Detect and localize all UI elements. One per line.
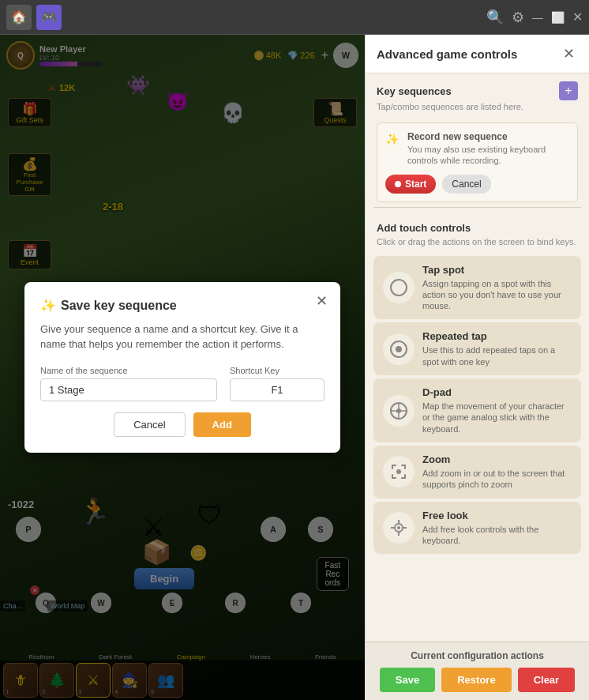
- svg-point-6: [396, 408, 401, 413]
- zoom-title: Zoom: [422, 453, 572, 465]
- divider-1: [373, 207, 581, 208]
- name-input[interactable]: [40, 378, 217, 401]
- save-button[interactable]: Save: [380, 668, 435, 692]
- modal-title-icon: ✨: [40, 298, 56, 313]
- shortcut-input[interactable]: [230, 378, 325, 401]
- free-look-info: Free look Add free look controls with th…: [422, 510, 572, 547]
- modal-description: Give your sequence a name and a shortcut…: [40, 322, 325, 351]
- zoom-card[interactable]: Zoom Add zoom in or out to the screen th…: [373, 446, 581, 499]
- top-bar: 🏠 🎮 🔍 ⚙ — ⬜ ✕: [0, 0, 589, 35]
- right-panel: Advanced game controls ✕ Key sequences +…: [365, 35, 589, 700]
- key-sequences-subtitle: Tap/combo sequences are listed here.: [366, 102, 589, 118]
- zoom-info: Zoom Add zoom in or out to the screen th…: [422, 453, 572, 491]
- main-layout: Q New Player LV: 10 🪙 48K 💎 226 +: [0, 35, 589, 700]
- maximize-icon[interactable]: ⬜: [551, 11, 565, 24]
- record-icon: ✨: [385, 133, 401, 149]
- panel-header: Advanced game controls ✕: [366, 35, 589, 73]
- tap-spot-title: Tap spot: [422, 264, 572, 276]
- svg-point-9: [397, 526, 400, 529]
- tap-spot-desc: Assign tapping on a spot with this actio…: [422, 278, 572, 312]
- zoom-desc: Add zoom in or out to the screen that su…: [422, 468, 572, 491]
- modal-cancel-button[interactable]: Cancel: [114, 412, 185, 437]
- home-icon[interactable]: 🏠: [6, 5, 32, 30]
- modal-actions: Cancel Add: [40, 412, 325, 437]
- svg-point-2: [396, 346, 402, 352]
- zoom-icon: [383, 456, 415, 487]
- repeated-tap-desc: Use this to add repeated taps on a spot …: [422, 344, 572, 367]
- repeated-tap-info: Repeated tap Use this to add repeated ta…: [422, 330, 572, 367]
- modal-close-button[interactable]: ✕: [312, 292, 331, 310]
- repeated-tap-card[interactable]: Repeated tap Use this to add repeated ta…: [373, 322, 581, 375]
- record-buttons: Start Cancel: [385, 175, 569, 194]
- config-bar: Current configuration actions Save Resto…: [366, 642, 589, 700]
- cancel-recording-button[interactable]: Cancel: [442, 175, 490, 194]
- record-title: Record new sequence: [407, 131, 569, 142]
- touch-controls-title: Add touch controls: [366, 214, 589, 237]
- settings-icon[interactable]: ⚙: [512, 9, 524, 26]
- close-icon[interactable]: ✕: [572, 9, 583, 24]
- modal-fields: Name of the sequence Shortcut Key: [40, 366, 325, 401]
- add-key-sequence-button[interactable]: +: [559, 81, 578, 100]
- repeated-tap-title: Repeated tap: [422, 330, 572, 342]
- search-icon[interactable]: 🔍: [486, 9, 504, 26]
- game-icon[interactable]: 🎮: [36, 5, 62, 30]
- key-sequences-header: Key sequences +: [366, 73, 589, 102]
- minimize-icon[interactable]: —: [532, 11, 543, 24]
- repeated-tap-icon: [383, 333, 415, 365]
- panel-scroll: Key sequences + Tap/combo sequences are …: [366, 73, 589, 642]
- start-recording-button[interactable]: Start: [385, 175, 436, 194]
- save-key-sequence-modal: ✨ Save key sequence ✕ Give your sequence…: [24, 282, 340, 452]
- config-actions: Save Restore Clear: [377, 668, 578, 692]
- svg-point-0: [391, 280, 407, 295]
- touch-controls-subtitle: Click or drag the actions on the screen …: [366, 237, 589, 253]
- dpad-desc: Map the movement of your character or th…: [422, 401, 572, 435]
- tap-spot-card[interactable]: Tap spot Assign tapping on a spot with t…: [373, 256, 581, 320]
- tap-spot-info: Tap spot Assign tapping on a spot with t…: [422, 264, 572, 312]
- touch-controls-section: Add touch controls Click or drag the act…: [366, 211, 589, 561]
- dpad-info: D-pad Map the movement of your character…: [422, 386, 572, 435]
- svg-point-7: [396, 469, 401, 474]
- shortcut-label: Shortcut Key: [230, 366, 325, 375]
- start-label: Start: [405, 179, 426, 190]
- record-desc: You may also use existing keyboard contr…: [407, 144, 569, 167]
- modal-title: ✨ Save key sequence: [40, 298, 325, 313]
- modal-add-button[interactable]: Add: [193, 412, 251, 437]
- dpad-title: D-pad: [422, 386, 572, 398]
- key-sequences-title: Key sequences: [377, 85, 452, 97]
- free-look-title: Free look: [422, 510, 572, 521]
- dpad-card[interactable]: D-pad Map the movement of your character…: [373, 378, 581, 442]
- game-area: Q New Player LV: 10 🪙 48K 💎 226 +: [0, 35, 365, 700]
- tap-spot-icon: [383, 272, 415, 303]
- window-controls: 🔍 ⚙ — ⬜ ✕: [486, 9, 583, 26]
- name-field: Name of the sequence: [40, 366, 217, 401]
- restore-button[interactable]: Restore: [441, 668, 511, 692]
- modal-overlay: ✨ Save key sequence ✕ Give your sequence…: [0, 35, 365, 700]
- panel-close-button[interactable]: ✕: [559, 44, 578, 63]
- record-dot: [395, 181, 401, 187]
- clear-button[interactable]: Clear: [518, 668, 576, 692]
- free-look-card[interactable]: Free look Add free look controls with th…: [373, 502, 581, 555]
- config-bar-title: Current configuration actions: [377, 650, 578, 661]
- name-label: Name of the sequence: [40, 366, 217, 375]
- top-bar-icons: 🏠 🎮: [6, 5, 62, 30]
- free-look-desc: Add free look controls with the keyboard…: [422, 524, 572, 547]
- free-look-icon: [383, 512, 415, 544]
- record-area: ✨ Record new sequence You may also use e…: [377, 122, 578, 202]
- modal-title-text: Save key sequence: [61, 299, 177, 313]
- record-row: ✨ Record new sequence You may also use e…: [385, 131, 569, 167]
- record-info: Record new sequence You may also use exi…: [407, 131, 569, 167]
- panel-title: Advanced game controls: [377, 47, 517, 61]
- shortcut-field: Shortcut Key: [230, 366, 325, 401]
- dpad-icon: [383, 395, 415, 427]
